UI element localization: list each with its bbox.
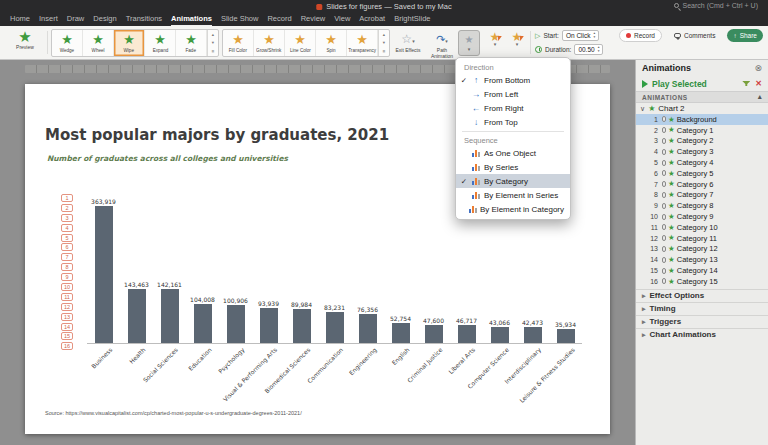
menu-separator (462, 131, 564, 132)
bar-visual-performing-arts[interactable] (260, 308, 278, 343)
animation-item-category-11[interactable]: 12★Category 11 (636, 233, 768, 244)
menu-item-by-category[interactable]: ✓By Category (456, 174, 570, 188)
menu-item-from-bottom[interactable]: ✓↑From Bottom (456, 73, 570, 87)
animation-item-label: Category 10 (677, 223, 718, 232)
bar-liberal-arts[interactable] (458, 325, 476, 343)
exit-effects-button[interactable]: ☆▾ Exit Effects (392, 29, 424, 54)
bar-health[interactable] (128, 289, 146, 343)
comments-button[interactable]: Comments (668, 29, 721, 42)
effect-grow-shrink[interactable]: ★Grow/Shrink (254, 30, 285, 56)
tab-transitions[interactable]: Transitions (126, 14, 162, 26)
play-selected-button[interactable]: Play Selected (652, 79, 707, 89)
tab-draw[interactable]: Draw (67, 14, 85, 26)
animation-item-category-4[interactable]: 5★Category 4 (636, 157, 768, 168)
effect-wheel[interactable]: ★Wheel (83, 30, 114, 56)
tab-design[interactable]: Design (93, 14, 116, 26)
menu-item-by-element-in-series[interactable]: By Element in Series (456, 188, 570, 202)
animations-list-header[interactable]: ANIMATIONS ▴ (636, 91, 768, 103)
tab-record[interactable]: Record (267, 14, 291, 26)
section-timing[interactable]: ▸Timing (636, 302, 768, 315)
animation-item-category-12[interactable]: 13★Category 12 (636, 244, 768, 255)
animation-item-category-5[interactable]: 6★Category 5 (636, 168, 768, 179)
animation-item-category-2[interactable]: 3★Category 2 (636, 136, 768, 147)
record-button[interactable]: Record (619, 29, 662, 42)
animation-item-category-15[interactable]: 16★Category 15 (636, 276, 768, 287)
arrow-up-icon: ↑ (471, 75, 481, 85)
bar-slot: 104,008Education (186, 189, 219, 343)
effect-transparency[interactable]: ★Transparency (347, 30, 378, 56)
search-field[interactable]: Search (Cmd + Ctrl + U) (674, 2, 758, 9)
effect-fade[interactable]: ★Fade (176, 30, 207, 56)
tab-view[interactable]: View (334, 14, 350, 26)
bar-leisure-fitness-studies[interactable] (557, 329, 575, 343)
share-button[interactable]: ↑ Share (727, 29, 763, 42)
gallery-more-button[interactable]: ▴▾≡ (378, 30, 389, 56)
path-animation-button[interactable]: ↷▾ Path Animation (426, 29, 458, 60)
tab-animations[interactable]: Animations (171, 14, 212, 26)
bar-communication[interactable] (326, 312, 344, 343)
animation-item-category-3[interactable]: 4★Category 3 (636, 146, 768, 157)
lightning-star-button-1[interactable]: ★ ▾ (486, 31, 504, 47)
animation-item-category-7[interactable]: 8★Category 7 (636, 190, 768, 201)
animations-list-header-label: ANIMATIONS (642, 94, 688, 101)
effect-options-icon: ★ (465, 35, 474, 45)
animation-item-category-9[interactable]: 10★Category 9 (636, 211, 768, 222)
animation-item-category-10[interactable]: 11★Category 10 (636, 222, 768, 233)
bar-slot: 89,984Biomedical Sciences (285, 189, 318, 343)
bar-criminal-justice[interactable] (425, 325, 443, 343)
tab-slide-show[interactable]: Slide Show (221, 14, 259, 26)
section-chart-animations[interactable]: ▸Chart Animations (636, 328, 768, 341)
menu-item-from-top[interactable]: ↓From Top (456, 115, 570, 129)
stepper-icon: ▴▾ (598, 46, 600, 53)
animation-item-category-13[interactable]: 14★Category 13 (636, 254, 768, 265)
start-select[interactable]: On Click ▴▾ (562, 30, 599, 41)
animation-item-category-8[interactable]: 9★Category 8 (636, 200, 768, 211)
tab-brightslide[interactable]: BrightSlide (394, 14, 430, 26)
comment-icon (674, 33, 681, 39)
section-triggers[interactable]: ▸Triggers (636, 315, 768, 328)
section-effect-options[interactable]: ▸Effect Options (636, 289, 768, 302)
effect-spin[interactable]: ★Spin (316, 30, 347, 56)
animation-item-category-1[interactable]: 2★Category 1 (636, 125, 768, 136)
bar-education[interactable] (194, 304, 212, 343)
effect-wipe[interactable]: ★Wipe (114, 30, 145, 56)
chevron-down-icon: ▾ (468, 46, 471, 52)
entrance-star-icon: ★ (668, 191, 675, 199)
bar-english[interactable] (392, 323, 410, 343)
bar-psychology[interactable] (227, 305, 245, 343)
bar-business[interactable] (95, 206, 113, 343)
tab-home[interactable]: Home (10, 14, 30, 26)
preview-button[interactable]: ★ Preview (6, 29, 44, 51)
bar-engineering[interactable] (359, 314, 377, 343)
lightning-star-button-2[interactable]: ★ ▾ (508, 31, 526, 47)
tab-insert[interactable]: Insert (39, 14, 58, 26)
bar-social-sciences[interactable] (161, 289, 179, 343)
effect-options-button[interactable]: ★ ▾ (458, 30, 480, 56)
gallery-more-button[interactable]: ▴▾≡ (207, 30, 218, 56)
menu-item-from-right[interactable]: ←From Right (456, 101, 570, 115)
bar-interdisciplinary[interactable] (524, 327, 542, 343)
menu-item-label: By Element in Series (484, 191, 558, 200)
animation-order-number: 2 (646, 127, 658, 134)
remove-animation-icon[interactable]: ✕ (755, 79, 762, 88)
effect-wedge[interactable]: ★Wedge (52, 30, 83, 56)
tab-acrobat[interactable]: Acrobat (359, 14, 385, 26)
filter-icon[interactable] (742, 81, 750, 86)
start-value: On Click (566, 32, 591, 39)
effect-line-color[interactable]: ★Line Color (285, 30, 316, 56)
animation-item-background[interactable]: 1★Background (636, 114, 768, 125)
animation-item-category-6[interactable]: 7★Category 6 (636, 179, 768, 190)
menu-item-as-one-object[interactable]: As One Object (456, 146, 570, 160)
duration-input[interactable]: 00.50 ▴▾ (574, 44, 603, 55)
close-panel-icon[interactable]: ⊗ (754, 63, 762, 73)
menu-item-from-left[interactable]: →From Left (456, 87, 570, 101)
bar-computer-science[interactable] (491, 327, 509, 343)
bar-biomedical-sciences[interactable] (293, 309, 311, 343)
animation-item-category-14[interactable]: 15★Category 14 (636, 265, 768, 276)
effect-expand[interactable]: ★Expand (145, 30, 176, 56)
effect-fill-color[interactable]: ★Fill Color (223, 30, 254, 56)
menu-item-by-element-in-category[interactable]: By Element in Category (456, 202, 570, 216)
menu-item-by-series[interactable]: By Series (456, 160, 570, 174)
tab-review[interactable]: Review (301, 14, 326, 26)
animation-group-chart-2[interactable]: ∨ ★ Chart 2 (636, 103, 768, 114)
